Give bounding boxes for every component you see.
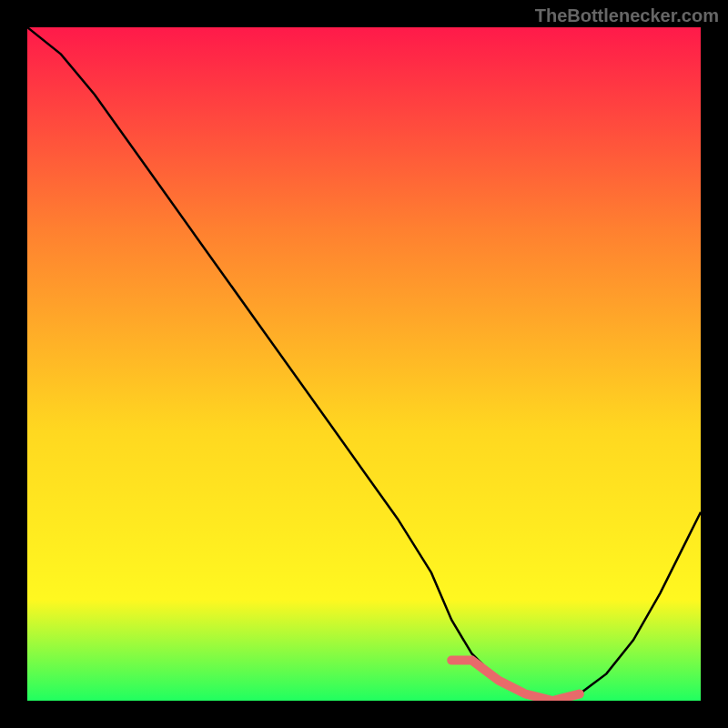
chart-svg: [27, 27, 701, 701]
gradient-background: [27, 27, 701, 701]
chart-plot-area: [27, 27, 701, 701]
watermark-text: TheBottlenecker.com: [535, 5, 719, 26]
chart-container: TheBottlenecker.com: [0, 0, 728, 728]
